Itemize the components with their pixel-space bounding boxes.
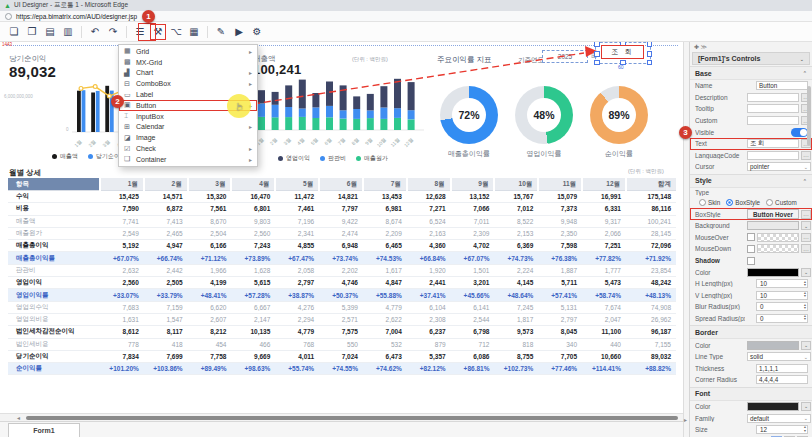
languagecode-field[interactable] [747,151,799,160]
shadow-checkbox[interactable] [747,257,755,265]
border-color-select[interactable] [747,341,799,350]
section-header-font[interactable]: Font [690,387,812,401]
chevron-up-icon[interactable]: ⌃ [803,70,807,76]
grid-icon: ▦ [124,47,136,55]
table-row: 수익 15,42514,57115,32016,47011,47214,8211… [8,191,676,203]
background-select[interactable] [747,221,799,230]
open-folder-icon[interactable]: ❐ [24,24,40,40]
search-button[interactable]: 조 회 [601,45,644,59]
font-color-select[interactable] [747,402,799,411]
redo-icon[interactable]: ↷ [105,24,121,40]
site-info-icon[interactable] [5,13,12,20]
line-type-select[interactable]: solid⌄ [747,352,811,361]
base-year-input[interactable]: 2025 [542,50,588,63]
cell: +73.74% [319,252,363,264]
custom-field[interactable] [747,116,799,125]
corner-radius-field[interactable]: 4,4,4,4 [756,375,808,384]
step-badge-1: 1 [142,10,155,23]
template-icon[interactable]: ▦ [186,24,202,40]
chevron-down-icon[interactable]: ⌄ [800,56,804,62]
run-icon[interactable]: ▶ [231,24,247,40]
scrollbar-thumb[interactable] [26,416,678,420]
background-select-dropdown[interactable]: ⌄ [801,221,811,230]
save-all-icon[interactable]: ▥ [60,24,76,40]
languagecode-field-ellipsis-button[interactable]: … [801,151,811,160]
v-length-spinner[interactable]: 10▴▾ [756,291,808,300]
border-color-select-row: Color ⌄ [690,339,812,351]
cell: 8,117 [144,326,188,338]
shadow-color-select[interactable] [747,268,799,277]
cursor-select[interactable]: pointer⌄ [747,162,811,171]
font-size-spinner[interactable]: 12▴▾ [756,425,808,434]
new-file-icon[interactable]: ❏ [6,24,22,40]
edit-icon[interactable]: ✎ [213,24,229,40]
tooltip-field[interactable] [747,104,799,113]
radio-skin[interactable]: Skin [699,199,720,206]
cell: 8,670 [188,215,232,227]
text-field[interactable]: 조 회 [747,139,799,148]
menu-item-calendar[interactable]: ⊞ Calendar ▸ [119,122,257,133]
menu-item-mx-grid[interactable]: ▩ MX-Grid [119,57,257,68]
menu-item-combobox[interactable]: ⊟ ComboBox ▸ [119,78,257,89]
panel-mini-icons[interactable]: ✚ ≫ [690,42,812,52]
boxstyle-field[interactable]: Button Hover [747,209,799,219]
cell: 13,453 [363,191,407,203]
panel-scrollbar[interactable] [807,86,811,146]
boxstyle-field-ellipsis-button[interactable]: … [801,210,811,219]
settings-icon[interactable]: ⚙ [249,24,265,40]
panel-collapse-icon[interactable]: ▸ [684,416,687,423]
undo-icon[interactable]: ↶ [87,24,103,40]
menu-item-container[interactable]: ❑ Container ▸ [119,154,257,165]
chevron-up-icon[interactable]: ⌃ [803,178,807,184]
mouseover-field[interactable] [757,233,799,242]
menu-item-grid[interactable]: ▦ Grid ▸ [119,46,257,57]
horizontal-scrollbar[interactable]: ◄ [0,413,683,421]
spread-radius-spinner[interactable]: 0▴▾ [756,314,808,323]
panel-header[interactable]: [Form1]'s Controls ⌄ [692,52,810,65]
gauge-section-title: 주요이익률 지표 [437,55,492,65]
toolbox-icon[interactable]: ⚒ [150,24,166,40]
browser-urlbar[interactable]: https://epa.bimatrix.com/AUD/designer.js… [0,11,812,22]
cell: 2,153 [494,227,538,239]
calendar-picker-icon[interactable]: ⊞ [591,52,597,60]
cell: 6,667 [231,301,275,313]
section-header-border[interactable]: Border [690,325,812,339]
name-field[interactable]: Button [756,81,808,90]
mousedown-field-ellipsis-button[interactable]: … [801,244,811,253]
legend-item: 판관비 [320,154,346,163]
designer-toolbar: ❏❐▤▥↶↷☰⚒⌥▦✎▶⚙ [0,22,812,42]
font-family-select[interactable]: default⌄ [747,414,811,423]
hierarchy-icon[interactable]: ⌥ [168,24,184,40]
shadow-color-select-dropdown[interactable]: ⌄ [801,268,811,277]
cell: 6,872 [144,203,188,215]
mousedown-field-checkbox[interactable] [747,245,755,253]
border-color-select-dropdown[interactable]: ⌄ [801,341,811,350]
menu-item-image[interactable]: ◪ Image [119,132,257,143]
description-field[interactable] [747,93,799,102]
mouseover-field-checkbox[interactable] [747,233,755,241]
mousedown-field[interactable] [757,244,799,253]
radio-boxstyle[interactable]: BoxStyle [726,199,760,206]
form1-tab[interactable]: Form1 [8,423,80,437]
h-length-spinner[interactable]: 10▴▾ [756,279,808,288]
section-header-base[interactable]: Base⌃ [690,66,812,80]
cell: +48.13% [626,289,676,301]
save-icon[interactable]: ▤ [42,24,58,40]
address-url[interactable]: https://epa.bimatrix.com/AUD/designer.js… [16,13,137,20]
section-header-style[interactable]: Style⌃ [690,174,812,188]
font-family-select-row: Family default⌄ [690,412,812,424]
mouseover-field-ellipsis-button[interactable]: … [801,233,811,242]
blur-radius-spinner[interactable]: 0▴▾ [756,302,808,311]
menu-item-check[interactable]: ☑ Check ▸ [119,143,257,154]
visible-toggle[interactable] [791,128,808,137]
panel-divider[interactable]: ▸ [683,42,690,437]
table-row: 매출총이익률 +67.07%+66.74%+71.12%+73.89%+67.4… [8,252,676,264]
inputbox-icon: ⌶ [124,112,136,120]
radio-custom[interactable]: Custom [766,199,797,206]
menu-item-chart[interactable]: ▟ Chart ▸ [119,68,257,79]
font-color-select-dropdown[interactable]: ⌄ [801,402,811,411]
design-canvas[interactable]: 1443 당기순이익 89,032 6,000,000,000 0 1월2월3월… [0,42,683,413]
cell: 2,465 [144,227,188,239]
dataset-icon[interactable]: ☰ [132,24,148,40]
thickness-field[interactable]: 1,1,1,1 [756,364,808,373]
